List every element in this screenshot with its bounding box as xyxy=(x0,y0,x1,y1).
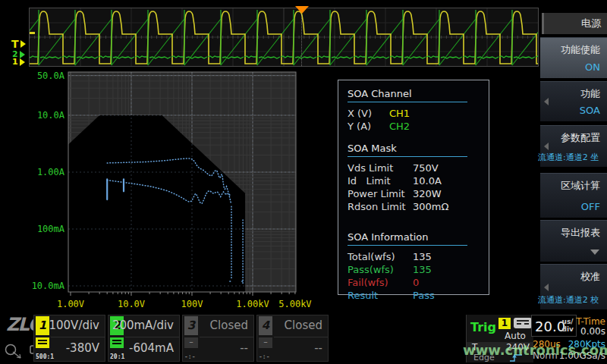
menu-item-value: OFF xyxy=(581,201,600,212)
section-title: SOA Mask xyxy=(348,140,489,156)
sidebar-item-function[interactable]: 功能SOA xyxy=(540,81,607,121)
sidebar-item-area-calc[interactable]: 区域计算OFF xyxy=(540,173,607,218)
right-arrow-icon xyxy=(20,58,25,66)
channel-offset: -380V xyxy=(66,341,99,355)
channel-badge: 1 xyxy=(36,316,49,335)
panel-section: SOA ChannelX (V)CH1Y (A)CH2 xyxy=(348,85,489,133)
channel-offset: -- xyxy=(240,341,248,355)
knob-icon xyxy=(6,345,21,359)
section-title: SOA Information xyxy=(348,228,489,245)
panel-row-label: Fail(wfs) xyxy=(348,276,413,289)
y-axis-tick: 50.0A xyxy=(37,71,65,81)
panel-row-value: 10.0A xyxy=(413,174,442,187)
sidebar-item-function-enable[interactable]: 功能使能ON xyxy=(540,37,607,78)
section-underline xyxy=(348,156,467,157)
panel-row: Pass(wfs)135 xyxy=(348,263,489,276)
panel-row: X (V)CH1 xyxy=(348,107,489,120)
soa-chart: 50.0A10.0A1.00A100mA10.0mA1.00V10.0V100V… xyxy=(29,70,319,312)
trigger-marker-label: T xyxy=(11,39,19,49)
channel-block-2[interactable]: 220:1200mA/div-604mA xyxy=(108,315,180,362)
panel-section: SOA MaskVds Limit750VId Limit10.0APower … xyxy=(348,140,489,213)
trigger-coupling-icon xyxy=(514,318,532,328)
channel-block-1[interactable]: 1500:1100V/div-380V xyxy=(33,315,105,362)
trigger-label: Trig xyxy=(470,320,496,334)
panel-row-label: Y (A) xyxy=(348,120,389,133)
panel-row-label: X (V) xyxy=(348,107,389,120)
channel-scale: Closed xyxy=(285,318,322,332)
timebase-unit-top: us/ xyxy=(562,318,574,325)
panel-row-label: Power Limit xyxy=(348,187,413,200)
channel-offset: -604mA xyxy=(129,341,174,355)
panel-row-label: Total(wfs) xyxy=(348,250,413,263)
ch1-position-marker[interactable]: 1 xyxy=(12,58,25,66)
sidebar-item-power[interactable]: 电源 xyxy=(542,13,607,34)
panel-row-value: 320W xyxy=(413,187,442,200)
x-axis-tick: 100V xyxy=(181,299,203,309)
y-axis-tick: 10.0mA xyxy=(32,281,65,291)
panel-row-label: Pass(wfs) xyxy=(348,263,413,276)
chevron-left-icon xyxy=(544,284,549,291)
channel-block-3[interactable]: 3–-:-Closed-- xyxy=(182,315,254,362)
menu-item-title: 功能 xyxy=(540,82,607,101)
panel-row: Vds Limit750V xyxy=(348,162,489,174)
trigger-position-marker[interactable] xyxy=(295,6,309,14)
menu-item-value: SOA xyxy=(580,105,600,116)
panel-row: Power Limit320W xyxy=(348,187,489,200)
menu-item-subtitle: 流通道:通道2 坐 xyxy=(538,152,599,163)
timebase-scale-box[interactable]: 20.0 us/ div xyxy=(531,315,577,337)
panel-row-value: 300mΩ xyxy=(413,200,448,213)
y-axis-tick: 1.00A xyxy=(37,167,65,177)
x-axis-tick: 5.00kV xyxy=(278,299,311,309)
menu-sidebar: 电源 功能使能ON功能SOA参数配置流通道:通道2 坐区域计算OFF导出报表校准… xyxy=(540,0,607,312)
coupling-icon xyxy=(110,337,124,348)
menu-item-title: 导出报表 xyxy=(540,221,607,240)
panel-row-value: CH2 xyxy=(389,120,410,133)
panel-row-value: 135 xyxy=(413,263,432,276)
panel-row-value: Pass xyxy=(413,289,435,302)
probe-ratio: -:- xyxy=(259,353,269,360)
ch1-marker-label: 1 xyxy=(12,58,18,66)
panel-row-value: 0 xyxy=(413,276,419,289)
menu-item-value: ON xyxy=(585,61,600,73)
channel-scale: 200mA/div xyxy=(112,318,174,332)
section-title: SOA Channel xyxy=(348,85,489,102)
x-axis-tick: 1.00kV xyxy=(236,299,269,309)
channel-block-4[interactable]: 4–-:-Closed-- xyxy=(256,315,329,362)
trigger-mode: Auto xyxy=(497,331,533,341)
channel-offset: -- xyxy=(314,341,322,355)
panel-row-label: Result xyxy=(348,289,413,302)
panel-row: Y (A)CH2 xyxy=(348,120,489,133)
sidebar-item-param-config[interactable]: 参数配置流通道:通道2 坐 xyxy=(540,125,607,167)
channel-scale: Closed xyxy=(210,318,248,332)
section-underline xyxy=(348,102,467,102)
menu-item-title: 区域计算 xyxy=(540,174,607,193)
timebase-scale-value: 20.0 xyxy=(535,318,565,334)
panel-row: Id Limit10.0A xyxy=(348,174,489,187)
soa-info-panel: SOA ChannelX (V)CH1Y (A)CH2SOA MaskVds L… xyxy=(338,80,489,295)
trigger-level-marker[interactable]: T xyxy=(11,39,26,49)
timebase-unit: us/ div xyxy=(562,318,574,333)
t-time-value: 0.00s xyxy=(580,326,605,337)
waveform-strip[interactable] xyxy=(29,8,539,67)
panel-row: Rdson Limit300mΩ xyxy=(348,200,489,213)
panel-row: Total(wfs)135 xyxy=(348,250,489,263)
ch1-reference-tick xyxy=(30,32,35,34)
channel-badge: 4 xyxy=(259,316,272,335)
menu-item-title: 参数配置 xyxy=(540,126,607,145)
probe-ratio: 500:1 xyxy=(36,353,54,360)
panel-row-value: 750V xyxy=(413,162,439,174)
sidebar-item-export-report[interactable]: 导出报表 xyxy=(540,220,607,262)
panel-row: Fail(wfs)0 xyxy=(348,276,489,289)
coupling-icon: – xyxy=(259,337,272,348)
trigger-source-badge: 1 xyxy=(498,318,511,329)
panel-section: SOA InformationTotal(wfs)135Pass(wfs)135… xyxy=(348,228,489,302)
oscilloscope-screen: T 2 1 50.0A10.0A1.00A100mA10.0mA1.00V10.… xyxy=(0,0,607,364)
probe-ratio: 20:1 xyxy=(110,353,124,360)
coupling-icon xyxy=(36,337,49,348)
channel-badge: 3 xyxy=(184,316,198,335)
chevron-down-icon xyxy=(590,249,599,255)
sidebar-item-calibration[interactable]: 校准流通道:通道2 校 xyxy=(540,264,607,309)
y-axis-tick: 10.0A xyxy=(37,110,65,121)
menu-item-subtitle: 流通道:通道2 校 xyxy=(538,294,599,306)
menu-item-title: 校准 xyxy=(540,265,607,284)
